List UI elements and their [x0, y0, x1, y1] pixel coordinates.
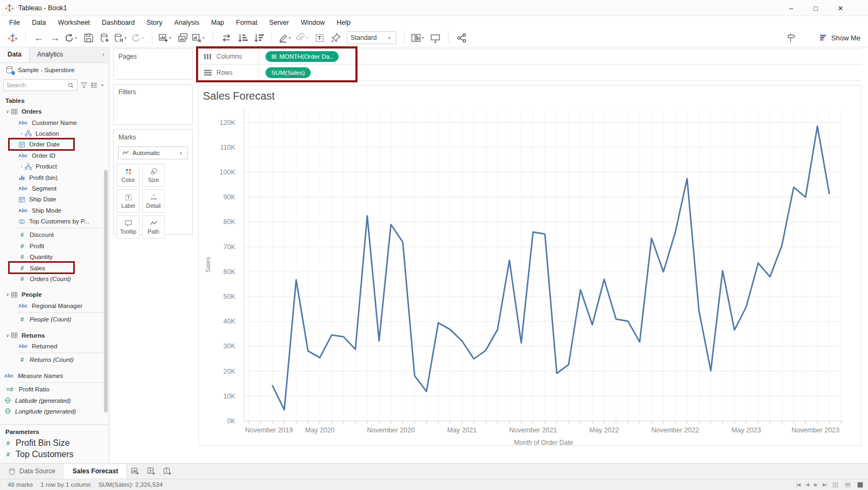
field-row[interactable]: Profit (bin)	[0, 172, 109, 183]
first-sheet-button[interactable]: |◀	[796, 482, 800, 487]
tab-sales-forecast[interactable]: Sales Forecast	[64, 464, 128, 479]
scrollbar-thumb[interactable]	[104, 170, 108, 412]
search-box[interactable]	[3, 79, 78, 91]
view-options-icon[interactable]	[90, 81, 98, 89]
chevron-down-icon[interactable]: ∨	[4, 292, 11, 297]
chevron-down-icon[interactable]: ▾	[101, 83, 106, 88]
new-worksheet-button[interactable]: ▾	[158, 30, 173, 45]
highlight-button[interactable]: ▾	[278, 30, 293, 45]
filter-fields-icon[interactable]	[80, 81, 88, 89]
path-button[interactable]: Path	[142, 215, 165, 239]
clear-sheet-button[interactable]: ▾	[192, 30, 207, 45]
show-mark-labels-button[interactable]	[312, 30, 326, 45]
show-me-button[interactable]: Show Me	[819, 33, 860, 42]
label-button[interactable]: Label	[117, 190, 139, 213]
pause-auto-updates-button[interactable]: ▾	[114, 30, 129, 45]
close-button[interactable]: ✕	[828, 0, 853, 16]
field-row[interactable]: AbcCustomer Name	[0, 117, 109, 128]
field-row[interactable]: #Orders (Count)	[0, 274, 109, 284]
field-row[interactable]: #Returns (Count)	[0, 354, 109, 365]
fit-selector[interactable]: Standard ▾	[347, 31, 396, 44]
previous-sheet-button[interactable]: ◀	[806, 482, 809, 487]
show-sheet-sorter-icon[interactable]	[857, 481, 864, 488]
pages-shelf[interactable]: Pages	[113, 48, 193, 80]
search-input[interactable]	[6, 82, 53, 88]
redo-button[interactable]: →	[48, 30, 62, 45]
tab-data-source[interactable]: Data Source	[0, 464, 64, 479]
field-row[interactable]: Order Date	[0, 139, 109, 150]
field-row[interactable]: Ship Date	[0, 194, 109, 205]
menu-item-story[interactable]: Story	[141, 17, 168, 28]
filters-shelf[interactable]: Filters	[113, 84, 193, 125]
signpost-icon[interactable]	[784, 30, 798, 45]
field-row[interactable]: AbcOrder ID	[0, 150, 109, 161]
start-page-button[interactable]	[5, 30, 19, 45]
menu-item-map[interactable]: Map	[205, 17, 230, 28]
columns-pill-month-order-date[interactable]: ⊞ MONTH(Order Da..	[265, 51, 339, 62]
undo-button[interactable]: ←	[32, 30, 46, 45]
show-tabs-icon[interactable]	[832, 481, 839, 488]
group-members-button[interactable]: ▾	[295, 30, 310, 45]
field-row[interactable]: AbcRegional Manager	[0, 300, 109, 311]
menu-item-analysis[interactable]: Analysis	[168, 17, 205, 28]
data-source-row[interactable]: Sample - Superstore	[0, 63, 109, 77]
field-row[interactable]: ∨Returns	[0, 330, 109, 340]
detail-button[interactable]: Detail	[142, 190, 165, 213]
minimize-button[interactable]: –	[779, 0, 803, 16]
field-row[interactable]: #Profit	[0, 241, 109, 251]
sort-descending-button[interactable]	[251, 30, 265, 45]
field-row[interactable]: AbcSegment	[0, 183, 109, 194]
chevron-down-icon[interactable]: ∨	[4, 109, 11, 114]
menu-item-worksheet[interactable]: Worksheet	[52, 17, 96, 28]
fix-axes-button[interactable]	[328, 30, 342, 45]
field-row[interactable]: AbcShip Mode	[0, 205, 109, 216]
collapse-pane-button[interactable]: ‹	[98, 47, 109, 62]
field-row[interactable]: Top Customers by P...	[0, 216, 109, 227]
chevron-right-icon[interactable]: ›	[18, 131, 25, 136]
field-row[interactable]: #Top Customers	[0, 449, 109, 460]
field-row[interactable]: ›Product	[0, 161, 109, 172]
last-sheet-button[interactable]: ▶|	[823, 482, 827, 487]
sort-ascending-button[interactable]	[235, 30, 249, 45]
field-row[interactable]: AbcMeasure Names	[0, 370, 109, 381]
maximize-button[interactable]: □	[803, 0, 828, 16]
sales-line[interactable]	[272, 127, 829, 410]
next-sheet-button[interactable]: ▶	[814, 482, 817, 487]
color-button[interactable]: Color	[117, 164, 139, 187]
share-workbook-button[interactable]	[454, 30, 468, 45]
chevron-down-icon[interactable]: ∨	[4, 333, 11, 338]
menu-item-server[interactable]: Server	[263, 17, 295, 28]
show-filmstrip-icon[interactable]	[844, 481, 851, 488]
field-row[interactable]: ∨Orders	[0, 106, 109, 117]
rows-pill-sum-sales[interactable]: SUM(Sales)	[265, 67, 311, 78]
field-row[interactable]: Longitude (generated)	[0, 406, 109, 417]
tab-data[interactable]: Data	[0, 47, 30, 62]
rows-shelf[interactable]: Rows SUM(Sales)	[198, 65, 862, 81]
menu-item-format[interactable]: Format	[230, 17, 263, 28]
tab-analytics[interactable]: Analytics	[30, 47, 71, 62]
field-row[interactable]: #Profit Bin Size	[0, 438, 109, 449]
field-row[interactable]: Latitude (generated)	[0, 395, 109, 405]
field-row[interactable]: #Discount	[0, 229, 109, 240]
show-hide-cards-button[interactable]: ▾	[411, 30, 426, 45]
fields-scrollbar[interactable]	[104, 123, 108, 462]
menu-item-data[interactable]: Data	[26, 17, 52, 28]
field-row[interactable]: #Sales	[0, 262, 109, 273]
menu-item-window[interactable]: Window	[295, 17, 331, 28]
field-row[interactable]: #Quantity	[0, 251, 109, 262]
replay-button[interactable]: ▾	[64, 30, 79, 45]
field-row[interactable]: =#Profit Ratio	[0, 384, 109, 395]
menu-item-dashboard[interactable]: Dashboard	[96, 17, 141, 28]
new-worksheet-tab-button[interactable]	[127, 464, 143, 479]
menu-item-help[interactable]: Help	[331, 17, 356, 28]
expand-icon[interactable]: ⊞	[271, 53, 277, 60]
menu-item-file[interactable]: File	[3, 17, 26, 28]
new-dashboard-tab-button[interactable]	[143, 464, 159, 479]
presentation-mode-button[interactable]	[428, 30, 442, 45]
tooltip-button[interactable]: Tooltip	[117, 215, 139, 239]
mark-type-dropdown[interactable]: Automatic ▾	[118, 146, 188, 159]
field-row[interactable]: AbcReturned	[0, 341, 109, 352]
field-row[interactable]: ›Location	[0, 128, 109, 139]
swap-rows-columns-button[interactable]	[219, 30, 233, 45]
new-story-tab-button[interactable]	[159, 464, 176, 479]
